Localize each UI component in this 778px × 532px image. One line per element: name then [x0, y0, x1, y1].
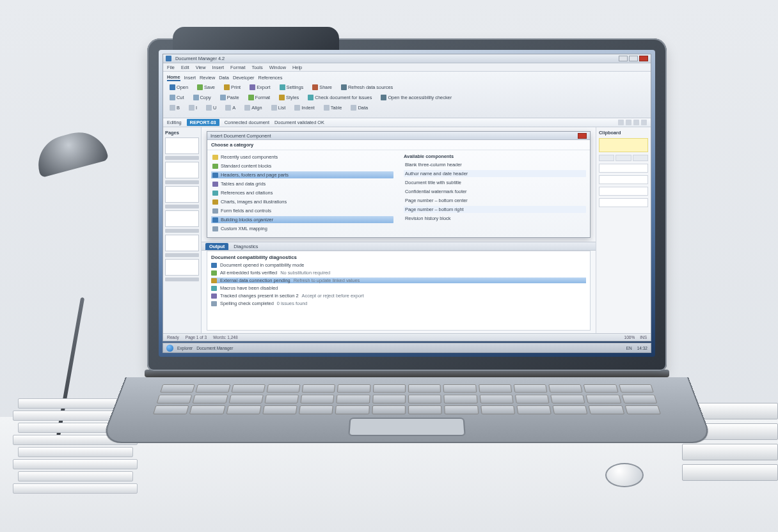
dialog-category[interactable]: Standard content blocks: [211, 162, 393, 169]
dialog-component[interactable]: Page number – bottom center: [404, 197, 586, 204]
ribbon-tab-data[interactable]: Data: [219, 75, 229, 81]
diagnostic-row[interactable]: All embedded fonts verifiedNo substituti…: [211, 270, 586, 276]
panel-slot[interactable]: [599, 187, 648, 196]
ribbon-open-the-accessibility-checker[interactable]: Open the accessibility checker: [378, 93, 454, 102]
menu-format[interactable]: Format: [230, 65, 245, 70]
ribbon-tab-insert[interactable]: Insert: [184, 75, 196, 81]
ribbon-print[interactable]: Print: [221, 83, 243, 91]
ribbon-align[interactable]: Align: [242, 104, 264, 112]
ribbon-tab-references[interactable]: References: [258, 75, 283, 81]
ribbon-format[interactable]: Format: [246, 93, 273, 102]
ribbon-table[interactable]: Table: [321, 104, 345, 112]
ribbon-open[interactable]: Open: [167, 83, 191, 91]
sidebar-thumb[interactable]: [165, 162, 199, 178]
dialog-close-button[interactable]: [578, 133, 587, 139]
tool-icon[interactable]: [633, 120, 639, 125]
dialog-component[interactable]: Revision history block: [404, 215, 586, 222]
close-button[interactable]: [639, 56, 648, 61]
tool-icon[interactable]: [618, 120, 624, 125]
ribbon-cut[interactable]: Cut: [167, 93, 187, 102]
tab-diagnostics[interactable]: Diagnostics: [234, 244, 258, 249]
ribbon-row-1: OpenSavePrintExportSettingsShareRefresh …: [167, 83, 647, 91]
dialog-category[interactable]: Tables and data grids: [211, 180, 393, 187]
taskbar-item[interactable]: Explorer: [177, 346, 193, 350]
sticky-note[interactable]: [599, 138, 648, 152]
tool-icon[interactable]: [641, 120, 647, 125]
ribbon-export[interactable]: Export: [247, 83, 273, 91]
sidebar-thumb[interactable]: [165, 259, 199, 276]
sidebar: Pages: [163, 127, 202, 333]
ribbon-data[interactable]: Data: [348, 104, 370, 112]
mini-tool[interactable]: [599, 155, 614, 161]
tab-output[interactable]: Output: [205, 243, 228, 250]
minimize-button[interactable]: [619, 56, 628, 61]
menu-window[interactable]: Window: [269, 65, 286, 70]
menu-insert[interactable]: Insert: [212, 65, 224, 70]
sidebar-label: [165, 156, 199, 160]
ribbon-list[interactable]: List: [269, 104, 289, 112]
ribbon-b[interactable]: B: [167, 104, 182, 112]
ribbon-icon: [294, 105, 300, 111]
dialog-category[interactable]: Headers, footers and page parts: [211, 171, 393, 178]
ribbon-u[interactable]: U: [203, 104, 219, 112]
ribbon-icon: [308, 95, 314, 100]
panel-slot[interactable]: [599, 175, 648, 184]
titlebar[interactable]: Document Manager 4.2: [163, 54, 651, 63]
menu-tools[interactable]: Tools: [251, 65, 262, 70]
diagnostic-row[interactable]: External data connection pendingRefresh …: [211, 278, 586, 283]
ribbon-tab-developer[interactable]: Developer: [233, 75, 255, 81]
ribbon-i[interactable]: I: [186, 104, 200, 112]
status-zoom[interactable]: 100%: [624, 335, 635, 340]
menu-file[interactable]: File: [167, 65, 175, 70]
panel-slot[interactable]: [599, 198, 648, 207]
dialog-component[interactable]: Page number – bottom right: [404, 206, 586, 213]
maximize-button[interactable]: [629, 56, 638, 61]
dialog-component[interactable]: Blank three-column header: [404, 161, 586, 168]
dialog-component[interactable]: Author name and date header: [404, 170, 586, 177]
sidebar-thumb[interactable]: [165, 235, 199, 251]
mini-tool[interactable]: [633, 155, 648, 161]
ribbon-a[interactable]: A: [223, 104, 238, 112]
ribbon-save[interactable]: Save: [194, 83, 218, 91]
tool-icon[interactable]: [626, 120, 631, 125]
taskbar-lang[interactable]: EN: [626, 346, 632, 350]
dialog-category[interactable]: Form fields and controls: [211, 207, 393, 214]
dialog-category[interactable]: Custom XML mapping: [211, 225, 393, 232]
ribbon-refresh-data-sources[interactable]: Refresh data sources: [338, 83, 395, 91]
ribbon-indent[interactable]: Indent: [292, 104, 317, 112]
sidebar-thumb[interactable]: [165, 186, 199, 203]
menu-view[interactable]: View: [196, 65, 206, 70]
dialog-component[interactable]: Confidential watermark footer: [404, 188, 586, 195]
diagnostic-row[interactable]: Document opened in compatibility mode: [211, 262, 586, 268]
diagnostic-row[interactable]: Macros have been disabled: [211, 285, 586, 291]
diagnostic-row[interactable]: Tracked changes present in section 2Acce…: [211, 293, 586, 299]
ribbon-icon: [170, 95, 175, 100]
start-button[interactable]: [166, 345, 173, 352]
mini-tool[interactable]: [615, 155, 631, 161]
dialog-category[interactable]: Charts, images and illustrations: [211, 198, 393, 205]
ribbon-check-document-for-issues[interactable]: Check document for issues: [305, 93, 374, 102]
diagnostic-row[interactable]: Spelling check completed0 issues found: [211, 301, 586, 306]
os-taskbar: Explorer Document Manager EN 14:32: [163, 343, 651, 353]
ribbon-settings[interactable]: Settings: [277, 83, 306, 91]
dialog-component[interactable]: Document title with subtitle: [404, 179, 586, 186]
dialog-category[interactable]: Recently used components: [211, 153, 393, 160]
ribbon-copy[interactable]: Copy: [191, 93, 214, 102]
ribbon-styles[interactable]: Styles: [276, 93, 301, 102]
sidebar-thumb[interactable]: [165, 137, 199, 154]
panel-slot[interactable]: [599, 164, 648, 173]
dialog-titlebar[interactable]: Insert Document Component: [207, 132, 590, 140]
dialog-category[interactable]: Building blocks organizer: [211, 216, 393, 223]
menu-edit[interactable]: Edit: [181, 65, 189, 70]
ribbon-tab-home[interactable]: Home: [167, 74, 180, 81]
ribbon-share[interactable]: Share: [310, 83, 335, 91]
menu-help[interactable]: Help: [292, 65, 302, 70]
right-panel: Clipboard: [596, 127, 651, 333]
ribbon-paste[interactable]: Paste: [218, 93, 242, 102]
ribbon-tab-review[interactable]: Review: [200, 75, 215, 81]
taskbar-item[interactable]: Document Manager: [196, 346, 233, 350]
sidebar-thumb[interactable]: [165, 210, 199, 227]
dialog-category[interactable]: References and citations: [211, 189, 393, 196]
status-ready: Ready: [167, 335, 179, 340]
ribbon-icon: [244, 105, 250, 111]
